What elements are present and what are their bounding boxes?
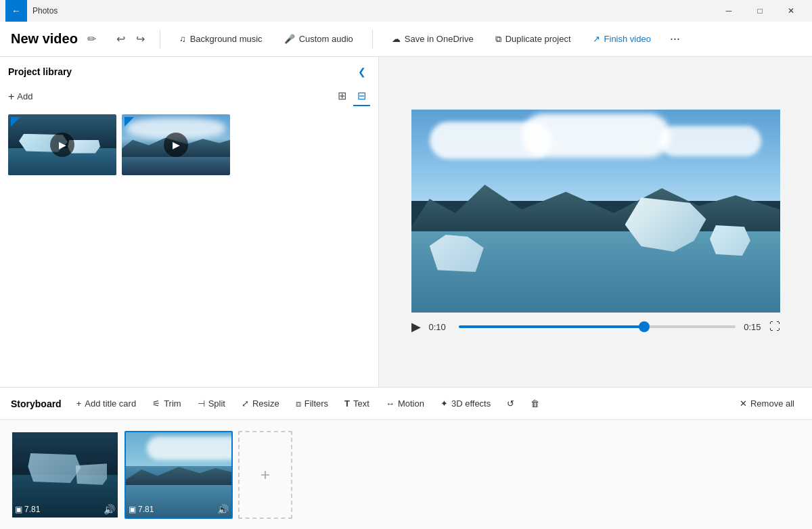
progress-thumb [639,321,650,332]
split-icon: ⊣ [198,398,205,409]
clip-2-info: ▣ 7.81 🔊 [129,504,229,515]
play-overlay[interactable]: ▶ [164,133,188,157]
main-content: Project library ❮ + Add ⊞ ⊟ [0,57,812,387]
more-options-button[interactable]: ··· [664,29,685,49]
finish-video-button[interactable]: ↗ Finish video [585,30,659,48]
video-controls: ▶ 0:10 0:15 ⛶ [411,319,780,334]
video-icon: ▣ [15,505,22,514]
rotate-button[interactable]: ↺ [500,395,521,412]
add-label: Add [17,91,32,101]
library-panel: Project library ❮ + Add ⊞ ⊟ [0,57,379,387]
cloud-3 [660,126,761,156]
custom-audio-label: Custom audio [299,34,353,44]
clip-1-duration-label: 7.81 [24,505,40,514]
cloud-icon: ☁ [392,34,401,44]
grid-small-view-button[interactable]: ⊟ [353,87,370,106]
library-item[interactable]: ▶ [122,114,230,175]
rotate-icon: ↺ [507,398,514,409]
video-icon-2: ▣ [129,505,136,514]
cloud-2 [522,114,671,158]
duplicate-button[interactable]: ⧉ Duplicate project [487,30,579,49]
storyboard-clip-1[interactable]: ▣ 7.81 🔊 [11,431,119,519]
delete-button[interactable]: 🗑 [524,395,546,412]
back-button[interactable]: ← [5,0,27,22]
filter-icon: ⧈ [296,398,301,409]
text-icon: T [344,398,350,409]
minimize-button[interactable]: ─ [713,0,744,22]
current-time: 0:10 [429,322,451,332]
duplicate-label: Duplicate project [505,34,571,44]
total-time: 0:15 [744,322,761,332]
clip-2-duration: ▣ 7.81 [129,505,154,514]
undo-button[interactable]: ↩ [112,30,129,48]
library-item[interactable]: ▶ [8,114,116,175]
clip-1-info: ▣ 7.81 🔊 [15,504,115,515]
mic-icon: 🎤 [284,34,295,44]
seek-bar[interactable] [459,325,736,328]
clip-2-duration-label: 7.81 [138,505,154,514]
progress-fill [459,325,644,328]
storyboard-clip-2[interactable]: ▣ 7.81 🔊 [125,431,233,519]
preview-panel: ▶ 0:10 0:15 ⛶ [379,57,812,387]
motion-button[interactable]: ↔ Motion [379,395,431,412]
library-add-button[interactable]: + Add [8,91,32,103]
resize-button[interactable]: ⤢ Resize [235,395,286,412]
window-controls: ─ □ ✕ [713,0,807,22]
app-name: Photos [32,6,58,16]
grid-large-view-button[interactable]: ⊞ [334,87,351,106]
storyboard-panel: Storyboard + Add title card ⚟ Trim ⊣ Spl… [0,387,812,529]
play-pause-button[interactable]: ▶ [411,319,421,334]
redo-button[interactable]: ↪ [132,30,149,48]
filters-button[interactable]: ⧈ Filters [289,395,335,413]
close-button[interactable]: ✕ [775,0,807,22]
undo-redo-group: ↩ ↪ [112,30,149,48]
add-clip-placeholder[interactable]: + [238,431,292,519]
resize-label: Resize [252,398,279,409]
clip-2-audio-icon: 🔊 [217,504,229,515]
library-toolbar: + Add ⊞ ⊟ [8,87,370,106]
add-title-card-button[interactable]: + Add title card [70,395,143,412]
remove-all-label: Remove all [750,398,794,409]
add-icon: + [76,398,82,409]
music-icon: ♫ [179,34,186,44]
storyboard-title: Storyboard [11,398,62,409]
fullscreen-button[interactable]: ⛶ [769,321,780,333]
remove-all-button[interactable]: ✕ Remove all [733,395,801,412]
plus-icon: + [8,91,14,103]
save-onedrive-label: Save in OneDrive [405,34,474,44]
video-frame [411,110,780,313]
text-label: Text [353,398,369,409]
resize-icon: ⤢ [242,398,249,409]
titlebar: ← Photos ─ □ ✕ [0,0,812,22]
save-onedrive-button[interactable]: ☁ Save in OneDrive [384,30,482,48]
item-badge [125,117,134,127]
trim-button[interactable]: ⚟ Trim [145,395,188,412]
background-music-button[interactable]: ♫ Background music [171,30,271,48]
custom-audio-button[interactable]: 🎤 Custom audio [276,30,361,48]
edit-title-icon[interactable]: ✏ [87,32,96,45]
toolbar-divider-2 [372,30,373,49]
clip-1-audio-icon: 🔊 [104,504,115,515]
split-label: Split [208,398,225,409]
play-overlay[interactable]: ▶ [50,133,74,157]
3d-effects-label: 3D effects [451,398,491,409]
project-title: New video [11,31,78,47]
storyboard-toolbar: Storyboard + Add title card ⚟ Trim ⊣ Spl… [0,388,812,420]
maximize-button[interactable]: □ [744,0,775,22]
add-title-label: Add title card [85,398,136,409]
split-button[interactable]: ⊣ Split [191,395,232,412]
library-grid: ▶ ▶ [8,114,370,175]
finish-video-label: Finish video [604,34,651,44]
library-header: Project library ❮ [8,65,370,78]
library-collapse-button[interactable]: ❮ [354,65,370,78]
toolbar-divider-1 [160,30,160,49]
3d-effects-button[interactable]: ✦ 3D effects [434,395,497,412]
trim-label: Trim [164,398,181,409]
close-icon: ✕ [740,398,747,409]
view-toggle: ⊞ ⊟ [334,87,370,106]
delete-icon: 🗑 [531,398,539,409]
text-button[interactable]: T Text [338,395,376,412]
copy-icon: ⧉ [495,34,501,45]
main-toolbar: New video ✏ ↩ ↪ ♫ Background music 🎤 Cus… [0,22,812,57]
trim-icon: ⚟ [152,398,160,409]
